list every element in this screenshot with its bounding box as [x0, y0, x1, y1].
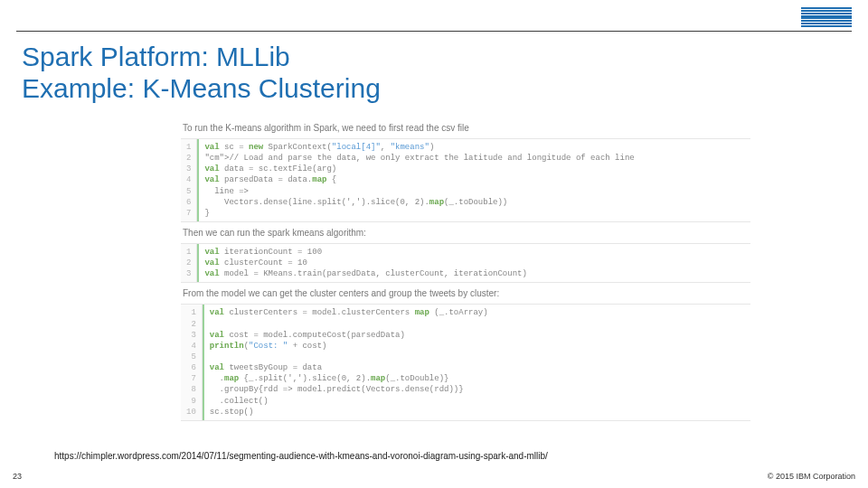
title-line-1: Spark Platform: MLLib	[22, 42, 381, 73]
code-block-2: 1 2 3 val iterationCount = 100 val clust…	[181, 243, 750, 283]
line-numbers: 1 2 3 4 5 6 7	[181, 139, 197, 221]
title-line-2: Example: K-Means Clustering	[22, 73, 381, 105]
code-block-3: 1 2 3 4 5 6 7 8 9 10 val clusterCenters …	[181, 304, 750, 420]
page-number: 23	[13, 472, 22, 481]
narration-3: From the model we can get the cluster ce…	[183, 288, 750, 298]
line-numbers: 1 2 3 4 5 6 7 8 9 10	[181, 305, 203, 419]
ibm-logo	[801, 7, 852, 27]
code-lines: val clusterCenters = model.clusterCenter…	[203, 305, 750, 419]
source-url: https://chimpler.wordpress.com/2014/07/1…	[54, 451, 548, 461]
content-area: To run the K-means algorithm in Spark, w…	[181, 117, 750, 427]
header-rule	[16, 31, 852, 32]
narration-1: To run the K-means algorithm in Spark, w…	[183, 123, 750, 133]
copyright: © 2015 IBM Corporation	[768, 472, 855, 481]
narration-2: Then we can run the spark kmeans algorit…	[183, 228, 750, 238]
code-lines: val sc = new SparkContext("local[4]", "k…	[197, 139, 750, 221]
slide-title: Spark Platform: MLLib Example: K-Means C…	[22, 42, 381, 104]
code-lines: val iterationCount = 100 val clusterCoun…	[197, 244, 750, 282]
code-block-1: 1 2 3 4 5 6 7 val sc = new SparkContext(…	[181, 138, 750, 222]
line-numbers: 1 2 3	[181, 244, 197, 282]
